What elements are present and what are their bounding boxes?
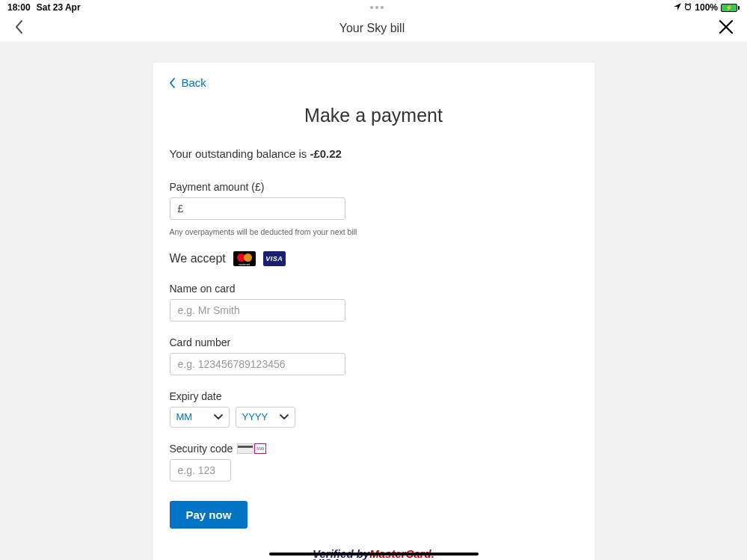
name-input[interactable]	[178, 304, 337, 316]
accept-row: We accept mastercard VISA	[170, 251, 578, 266]
balance-prefix: Your outstanding balance is	[170, 147, 310, 160]
currency-prefix: £	[178, 203, 184, 215]
expiry-year-select[interactable]: YYYY	[236, 407, 295, 428]
visa-icon: VISA	[263, 251, 286, 266]
overpayment-hint: Any overpayments will be deducted from y…	[170, 227, 578, 236]
card-number-input[interactable]	[178, 358, 337, 370]
amount-input[interactable]: £	[170, 197, 345, 220]
security-code-input-wrap[interactable]	[170, 459, 231, 481]
status-bar: 18:00 Sat 23 Apr 100% ⚡	[0, 0, 747, 15]
expiry-month-select[interactable]: MM	[170, 407, 230, 428]
status-time: 18:00	[7, 2, 31, 13]
form-heading: Make a payment	[170, 105, 578, 126]
chevron-down-icon	[280, 414, 289, 420]
status-date: Sat 23 Apr	[37, 2, 81, 13]
security-code-label: Security code 999	[170, 443, 578, 455]
name-input-wrap[interactable]	[170, 299, 345, 321]
amount-label: Payment amount (£)	[170, 181, 578, 193]
nav-back-icon[interactable]	[13, 19, 25, 37]
security-code-input[interactable]	[178, 464, 223, 476]
back-link[interactable]: Back	[170, 76, 206, 89]
close-icon[interactable]	[719, 19, 734, 37]
location-icon	[674, 2, 681, 13]
card-number-input-wrap[interactable]	[170, 353, 345, 375]
multitask-dots	[81, 6, 674, 9]
amount-field[interactable]	[183, 203, 336, 215]
battery-percent: 100%	[695, 2, 718, 13]
svg-line-1	[685, 4, 686, 5]
payment-card: Back Make a payment Your outstanding bal…	[153, 63, 594, 560]
svg-line-2	[689, 4, 691, 5]
page-title: Your Sky bill	[339, 22, 405, 35]
battery-icon: ⚡	[721, 4, 740, 12]
cvv-hint-icon: 999	[237, 443, 266, 454]
svg-point-0	[686, 4, 691, 10]
chevron-down-icon	[214, 414, 223, 420]
expiry-label: Expiry date	[170, 390, 578, 402]
balance-line: Your outstanding balance is -£0.22	[170, 147, 578, 160]
accept-label: We accept	[170, 252, 226, 265]
home-indicator[interactable]	[269, 553, 479, 556]
pay-now-button[interactable]: Pay now	[170, 501, 248, 529]
page-background: Back Make a payment Your outstanding bal…	[0, 42, 747, 560]
nav-bar: Your Sky bill	[0, 15, 747, 42]
name-label: Name on card	[170, 283, 578, 295]
alarm-icon	[684, 2, 692, 13]
security-code-text: Security code	[170, 443, 233, 455]
back-link-label: Back	[182, 76, 206, 89]
card-number-label: Card number	[170, 336, 578, 348]
mastercard-icon: mastercard	[233, 251, 256, 266]
expiry-year-value: YYYY	[242, 411, 268, 422]
balance-amount: -£0.22	[310, 147, 342, 160]
expiry-month-value: MM	[176, 411, 193, 422]
